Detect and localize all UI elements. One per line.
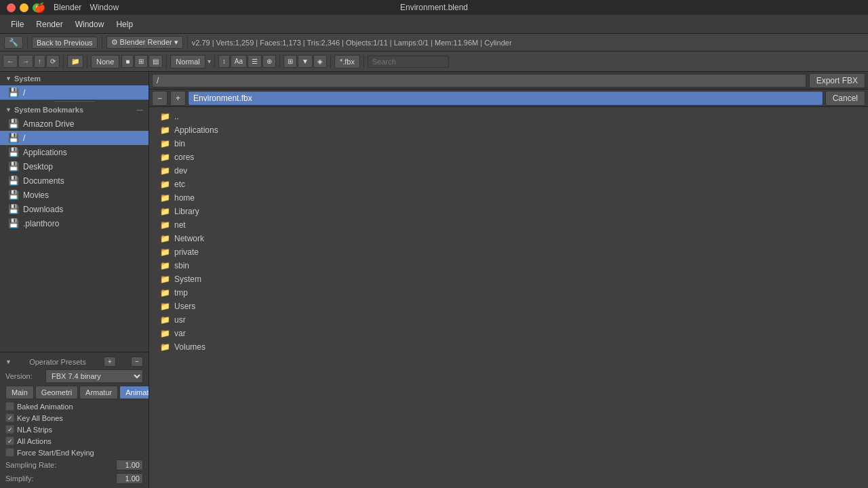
view-normal-button[interactable]: Normal [170,55,205,68]
op-presets-header: ▼ Operator Presets + − [3,355,146,368]
bookmark-amazon-drive[interactable]: 💾 Amazon Drive [0,117,149,131]
simplify-value[interactable]: 1.00 [116,473,143,484]
editor-type-button[interactable]: 🔧 [4,36,23,49]
file-item-10[interactable]: 📁 sbin [149,259,868,272]
bookmark-amazon-label: Amazon Drive [23,119,74,129]
view-arrow-icon: ▾ [208,58,211,65]
file-item-14[interactable]: 📁 usr [149,313,868,327]
file-item-7[interactable]: 📁 net [149,218,868,232]
display-none-button[interactable]: None [91,55,119,68]
documents-icon: 💾 [8,176,19,186]
bookmark-planthoro[interactable]: 💾 .planthoro [0,216,149,230]
file-label-10: sbin [174,261,189,270]
nav-up-button[interactable]: ↑ [34,55,45,68]
file-item-16[interactable]: 📁 Volumes [149,340,868,354]
nav-refresh-button[interactable]: ⟳ [46,55,60,68]
sampling-rate-value[interactable]: 1.00 [116,460,143,470]
all-actions-checkbox[interactable]: ✓ [5,436,14,445]
minimize-button[interactable] [20,3,28,12]
bookmark-desktop[interactable]: 💾 Desktop [0,159,149,174]
menu-help[interactable]: Help [111,18,138,30]
folder-icon-3: 📁 [160,166,170,176]
baked-anim-label: Baked Animation [17,403,73,411]
menu-render[interactable]: Render [31,18,68,30]
file-item-2[interactable]: 📁 cores [149,150,868,164]
tabs-row: Main Geometri Armatur Animatio [3,384,146,401]
tab-armatur[interactable]: Armatur [79,386,118,399]
filename-input[interactable] [189,92,823,105]
sort-type-button[interactable]: ☰ [248,55,262,68]
bookmarks-minus-icon: — [136,106,143,114]
bookmark-movies[interactable]: 💾 Movies [0,188,149,202]
key-all-bones-label: Key All Bones [17,414,63,422]
key-all-bones-checkbox[interactable]: ✓ [5,413,14,422]
display-grid-button[interactable]: ⊞ [134,55,148,68]
file-item-6[interactable]: 📁 Library [149,205,868,218]
display-mode-buttons: ■ ⊞ ▤ [121,55,163,68]
cancel-button[interactable]: Cancel [825,91,865,106]
bookmark-root[interactable]: 💾 / [0,131,149,145]
op-presets-label: Operator Presets [29,358,86,366]
filter-hidden-button[interactable]: ◈ [313,55,327,68]
tab-animatio[interactable]: Animatio [119,386,149,399]
system-item-root[interactable]: 💾 / [0,85,149,100]
op-presets-remove-button[interactable]: − [131,357,143,367]
file-item-5[interactable]: 📁 home [149,191,868,205]
tb-sep3 [166,55,167,68]
file-item-11[interactable]: 📁 System [149,272,868,286]
file-item-parent-label: .. [174,112,179,121]
back-to-previous-button[interactable]: Back to Previous [32,37,98,49]
sort-name-button[interactable]: Aa [231,55,247,68]
tab-main[interactable]: Main [5,386,34,399]
file-item-4[interactable]: 📁 etc [149,178,868,191]
menu-window[interactable]: Window [70,18,110,30]
file-item-8[interactable]: 📁 Network [149,232,868,245]
file-item-13[interactable]: 📁 Users [149,300,868,313]
search-input[interactable] [368,56,449,68]
close-button[interactable] [7,3,16,12]
bookmarks-section-header[interactable]: ▼ System Bookmarks — [0,103,149,117]
file-item-12[interactable]: 📁 tmp [149,286,868,300]
window-menu[interactable]: Window [90,3,119,12]
file-item-3[interactable]: 📁 dev [149,164,868,178]
export-fbx-button[interactable]: Export FBX [809,73,865,88]
ext-filter-button[interactable]: *.fbx [334,55,360,68]
new-folder-button[interactable]: 📁 [67,55,83,68]
filename-nav-plus[interactable]: + [170,91,186,106]
system-section-header[interactable]: ▼ System [0,72,149,85]
toolbar: ← → ↑ ⟳ 📁 None ■ ⊞ ▤ Normal ▾ ↕ Aa ☰ ⊕ ⊞… [0,52,868,72]
nla-strips-checkbox[interactable]: ✓ [5,425,14,434]
bookmark-applications[interactable]: 💾 Applications [0,145,149,159]
sort-size-button[interactable]: ↕ [218,55,230,68]
filter-all-button[interactable]: ⊞ [283,55,297,68]
folder-icon-11: 📁 [160,274,170,284]
file-label-1: bin [174,139,185,148]
baked-anim-checkbox[interactable] [5,402,14,411]
file-item-15[interactable]: 📁 var [149,327,868,340]
path-input[interactable] [152,74,806,87]
nav-back-button[interactable]: ← [3,55,18,68]
file-item-0[interactable]: 📁 Applications [149,123,868,137]
force-keying-label: Force Start/End Keying [17,449,94,457]
folder-icon-12: 📁 [160,288,170,298]
bookmark-documents[interactable]: 💾 Documents [0,174,149,188]
sampling-rate-row: Sampling Rate: 1.00 [3,458,146,472]
app-name: Blender [54,3,81,12]
file-item-parent[interactable]: 📁 .. [149,110,868,123]
bookmark-downloads[interactable]: 💾 Downloads [0,202,149,216]
menu-file[interactable]: File [5,18,29,30]
version-select[interactable]: FBX 7.4 binary [45,369,143,383]
file-item-9[interactable]: 📁 private [149,245,868,259]
op-presets-add-button[interactable]: + [104,357,116,367]
display-column-button[interactable]: ▤ [149,55,163,68]
file-item-1[interactable]: 📁 bin [149,137,868,150]
force-keying-checkbox[interactable] [5,448,14,457]
tab-geometri[interactable]: Geometri [35,386,78,399]
filename-nav-minus[interactable]: − [152,91,167,106]
nav-forward-button[interactable]: → [18,55,33,68]
filter-type-button[interactable]: ▼ [298,55,313,68]
sort-date-button[interactable]: ⊕ [262,55,276,68]
force-keying-row: Force Start/End Keying [3,447,146,458]
display-list-button[interactable]: ■ [121,55,134,68]
render-engine-button[interactable]: ⚙ Blender Render ▾ [106,36,183,49]
